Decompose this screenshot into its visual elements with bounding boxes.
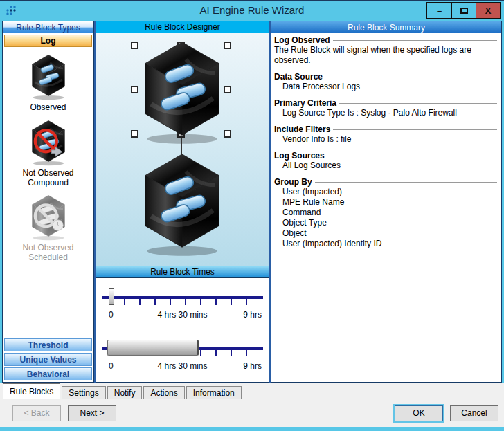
threshold-category-button[interactable]: Threshold	[4, 338, 92, 351]
section-title: Log Observed	[274, 35, 330, 45]
section-title: Group By	[274, 177, 312, 187]
section-rule	[315, 182, 497, 183]
section-rule	[333, 40, 497, 41]
tab-actions[interactable]: Actions	[143, 386, 184, 399]
log-type-button[interactable]: Log	[4, 35, 92, 47]
wizard-tab-strip: Rule Blocks Settings Notify Actions Info…	[0, 383, 504, 399]
wizard-content: Rule Block Types Log Observed	[2, 21, 502, 383]
time-slider-2: 0 4 hrs 30 mins 9 hrs	[102, 339, 263, 378]
ai-engine-rule-wizard-window: AI Engine Rule Wizard – X Rule Block Typ…	[0, 0, 504, 431]
next-button[interactable]: Next >	[68, 405, 116, 421]
section-rule	[333, 129, 497, 130]
tab-information[interactable]: Information	[186, 386, 242, 399]
summary-body: Log Observed The Rule Block will signal …	[271, 33, 501, 382]
section-line: Vendor Info Is : file	[274, 134, 497, 145]
summary-section-group-by: Group By User (Impacted) MPE Rule Name C…	[274, 177, 497, 249]
minimize-button[interactable]: –	[427, 3, 451, 18]
maximize-button[interactable]	[451, 3, 476, 18]
rule-block-types-header: Rule Block Types	[3, 21, 93, 33]
rule-block-summary-panel: Rule Block Summary Log Observed The Rule…	[271, 21, 502, 383]
summary-section-log-observed: Log Observed The Rule Block will signal …	[274, 35, 497, 66]
cancel-button[interactable]: Cancel	[450, 405, 498, 421]
summary-section-data-source: Data Source Data Processor Logs	[274, 72, 497, 92]
tab-rule-blocks[interactable]: Rule Blocks	[3, 383, 60, 399]
section-title: Log Sources	[274, 151, 325, 161]
section-line: User (Impacted)	[274, 187, 497, 197]
summary-section-include-filters: Include Filters Vendor Info Is : file	[274, 125, 497, 145]
type-list: Observed Not Observed Compound	[3, 48, 93, 338]
close-icon: X	[485, 6, 492, 16]
window-controls: – X	[426, 2, 501, 19]
type-item-not-observed-compound[interactable]: Not Observed Compound	[10, 120, 87, 188]
type-label: Observed	[10, 103, 87, 113]
rule-block-designer-panel: Rule Block Designer Rule Bl	[96, 21, 269, 383]
section-line: The Rule Block will signal when the spec…	[274, 45, 497, 66]
cube-scheduled-icon	[27, 194, 70, 241]
rule-block-times-header: Rule Block Times	[96, 266, 269, 278]
rule-block-cube-2[interactable]	[134, 152, 231, 259]
type-item-observed[interactable]: Observed	[10, 54, 87, 113]
section-rule	[339, 103, 497, 104]
behavioral-category-button[interactable]: Behavioral	[4, 367, 92, 380]
section-line: Data Processor Logs	[274, 82, 497, 92]
wizard-button-row: < Back Next > OK Cancel	[0, 399, 504, 427]
section-title: Data Source	[274, 72, 323, 82]
title-bar: AI Engine Rule Wizard – X	[0, 1, 504, 19]
section-line: MPE Rule Name	[274, 197, 497, 208]
minimize-icon: –	[437, 6, 442, 16]
time-slider-1: 0 4 hrs 30 mins 9 hrs	[102, 288, 263, 327]
cube-not-observed-icon	[27, 120, 70, 167]
type-label: Not Observed Scheduled	[10, 244, 87, 263]
rule-block-types-panel: Rule Block Types Log Observed	[2, 21, 94, 383]
rule-block-times-panel: 0 4 hrs 30 mins 9 hrs 0 4 hrs 30 mins 9 …	[96, 278, 269, 382]
slider-thumb[interactable]	[109, 288, 114, 305]
cube-logs-icon	[27, 54, 70, 101]
section-line: Object	[274, 228, 497, 239]
section-line: All Log Sources	[274, 161, 497, 171]
slider-label-end: 9 hrs	[243, 310, 262, 320]
ok-button[interactable]: OK	[395, 405, 443, 421]
type-item-not-observed-scheduled[interactable]: Not Observed Scheduled	[10, 194, 87, 263]
section-line: User (Impacted) Identity ID	[274, 239, 497, 249]
slider-label-mid: 4 hrs 30 mins	[102, 310, 263, 320]
rule-block-summary-header: Rule Block Summary	[271, 21, 501, 33]
tab-notify[interactable]: Notify	[107, 386, 143, 399]
slider-ticks	[109, 299, 260, 305]
slider-label-mid: 4 hrs 30 mins	[102, 361, 263, 371]
section-title: Primary Criteria	[274, 98, 336, 108]
section-title: Include Filters	[274, 125, 330, 134]
type-label: Not Observed Compound	[10, 169, 87, 188]
section-rule	[325, 77, 497, 77]
slider-label-end: 9 hrs	[243, 361, 262, 371]
maximize-icon	[460, 8, 468, 14]
rule-block-designer-header: Rule Block Designer	[96, 21, 269, 33]
unique-values-category-button[interactable]: Unique Values	[4, 353, 92, 366]
close-button[interactable]: X	[476, 3, 500, 18]
section-rule	[327, 156, 497, 156]
section-line: Command	[274, 208, 497, 218]
summary-section-log-sources: Log Sources All Log Sources	[274, 151, 497, 171]
slider-range-bar[interactable]	[107, 340, 199, 356]
section-line: Object Type	[274, 218, 497, 228]
designer-canvas[interactable]	[96, 33, 269, 266]
back-button[interactable]: < Back	[12, 405, 61, 421]
summary-section-primary-criteria: Primary Criteria Log Source Type Is : Sy…	[274, 98, 497, 118]
rule-block-cube-selected[interactable]	[134, 40, 231, 147]
section-line: Log Source Type Is : Syslog - Palo Alto …	[274, 108, 497, 118]
tab-settings[interactable]: Settings	[62, 386, 105, 399]
